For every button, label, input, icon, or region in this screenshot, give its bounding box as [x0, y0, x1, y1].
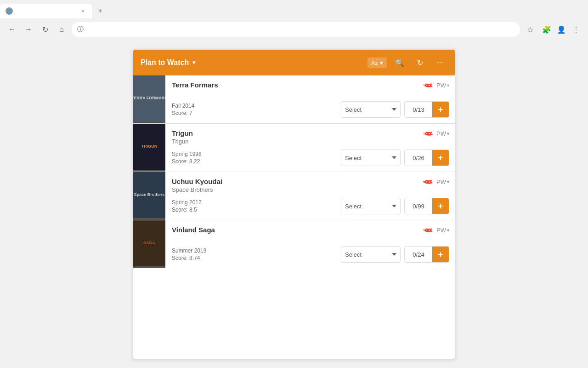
episode-value: 0/99 — [405, 198, 432, 214]
add-episode-button[interactable]: + — [432, 101, 449, 118]
anime-title[interactable]: Vinland Saga — [172, 226, 215, 234]
sort-label: Az — [371, 59, 378, 66]
title-actions: 🔖 PW ▾ — [424, 178, 449, 186]
pw-label: PW — [436, 130, 446, 137]
address-info-icon: ⓘ — [77, 25, 84, 34]
episode-counter: 0/13 + — [404, 101, 449, 118]
back-button[interactable]: ← — [6, 23, 18, 36]
add-episode-button[interactable]: + — [432, 198, 449, 214]
extensions-button[interactable]: 🧩 — [540, 23, 553, 36]
anime-title[interactable]: Uchuu Kyoudai — [172, 178, 222, 185]
anime-info: Vinland Saga 🔖 PW ▾ Summer 2019 Score: 8… — [165, 220, 455, 268]
anime-list-container: Plan to Watch ▾ Az ▾ 🔍 ↻ ··· TERRA FORMA… — [133, 50, 455, 359]
refresh-button[interactable]: ↻ — [39, 23, 51, 36]
svg-text:SAGA: SAGA — [143, 241, 156, 245]
anime-list: TERRA FORMARS Terra Formars 🔖 PW ▾ — [133, 75, 455, 268]
episode-status-select[interactable]: SelectWatchingCompletedOn HoldDroppedPla… — [341, 246, 401, 263]
bottom-controls: Spring 1998 Score: 8.22 SelectWatchingCo… — [172, 150, 449, 166]
sort-button[interactable]: Az ▾ — [368, 58, 387, 68]
title-actions: 🔖 PW ▾ — [424, 129, 449, 138]
new-tab-button[interactable]: + — [94, 5, 107, 17]
controls-block: SelectWatchingCompletedOn HoldDroppedPla… — [341, 150, 449, 166]
tag-icon[interactable]: 🔖 — [422, 176, 435, 189]
search-button[interactable]: 🔍 — [392, 55, 407, 70]
svg-text:Space
Brothers: Space Brothers — [134, 192, 165, 197]
anime-title-row: Terra Formars 🔖 PW ▾ — [172, 81, 449, 90]
pw-status-badge[interactable]: PW ▾ — [436, 178, 449, 185]
meta-block: Summer 2019 Score: 8.74 — [172, 247, 337, 261]
anime-item: Space Brothers Uchuu Kyoudai Space Broth… — [133, 172, 455, 220]
anime-season: Fall 2014 — [172, 103, 337, 109]
meta-block: Spring 2012 Score: 8.5 — [172, 199, 337, 213]
pw-label: PW — [436, 178, 446, 185]
episode-value: 0/13 — [405, 102, 432, 117]
anime-season: Summer 2019 — [172, 247, 337, 254]
bottom-controls: Fall 2014 Score: 7 SelectWatchingComplet… — [172, 101, 449, 118]
meta-block: Fall 2014 Score: 7 — [172, 103, 337, 116]
svg-text:TRIGUN: TRIGUN — [141, 144, 158, 149]
episode-value: 0/24 — [405, 247, 432, 262]
anime-thumbnail: Space Brothers — [133, 172, 165, 220]
address-bar[interactable]: ⓘ — [72, 22, 520, 37]
anime-info: Uchuu Kyoudai Space Brothers 🔖 PW ▾ Spri… — [165, 172, 455, 220]
anime-thumbnail: TERRA FORMARS — [133, 75, 165, 123]
forward-button[interactable]: → — [22, 23, 35, 36]
episode-status-select[interactable]: SelectWatchingCompletedOn HoldDroppedPla… — [341, 198, 401, 214]
anime-title-block: Terra Formars — [172, 81, 218, 89]
anime-title-row: Vinland Saga 🔖 PW ▾ — [172, 226, 449, 235]
home-button[interactable]: ⌂ — [55, 23, 68, 36]
tag-icon[interactable]: 🔖 — [422, 79, 435, 92]
bottom-controls: Summer 2019 Score: 8.74 SelectWatchingCo… — [172, 246, 449, 263]
anime-score: Score: 8.5 — [172, 207, 337, 213]
more-options-button[interactable]: ··· — [433, 55, 447, 70]
anime-info: Terra Formars 🔖 PW ▾ Fall 2014 Score: 7 — [165, 75, 455, 123]
bookmark-button[interactable]: ☆ — [524, 23, 537, 36]
status-dropdown-arrow: ▾ — [192, 59, 195, 66]
refresh-list-button[interactable]: ↻ — [413, 55, 427, 70]
svg-text:TERRA
FORMARS: TERRA FORMARS — [133, 96, 165, 100]
episode-status-select[interactable]: SelectWatchingCompletedOn HoldDroppedPla… — [341, 150, 401, 166]
status-label: Plan to Watch — [141, 58, 189, 67]
anime-item: TRIGUN Trigun Trigun 🔖 PW ▾ Sp — [133, 124, 455, 172]
tab-close-button[interactable]: × — [79, 7, 86, 15]
controls-block: SelectWatchingCompletedOn HoldDroppedPla… — [341, 198, 449, 214]
anime-title[interactable]: Trigun — [172, 129, 193, 137]
pw-arrow-icon: ▾ — [447, 228, 449, 233]
add-episode-button[interactable]: + — [432, 150, 449, 166]
active-tab[interactable]: 🌐 × — [0, 4, 92, 18]
pw-arrow-icon: ▾ — [447, 131, 449, 136]
controls-block: SelectWatchingCompletedOn HoldDroppedPla… — [341, 246, 449, 263]
anime-item: TERRA FORMARS Terra Formars 🔖 PW ▾ — [133, 75, 455, 124]
title-actions: 🔖 PW ▾ — [424, 81, 449, 90]
tab-favicon: 🌐 — [6, 7, 13, 15]
anime-title-row: Uchuu Kyoudai Space Brothers 🔖 PW ▾ — [172, 178, 449, 193]
anime-title[interactable]: Terra Formars — [172, 81, 218, 89]
anime-subtitle: Space Brothers — [172, 186, 222, 193]
anime-title-block: Uchuu Kyoudai Space Brothers — [172, 178, 222, 193]
profile-button[interactable]: 👤 — [555, 23, 568, 36]
anime-thumbnail: TRIGUN — [133, 124, 165, 172]
status-dropdown[interactable]: Plan to Watch ▾ — [141, 58, 195, 67]
anime-subtitle: Trigun — [172, 138, 193, 145]
list-header: Plan to Watch ▾ Az ▾ 🔍 ↻ ··· — [133, 50, 455, 75]
pw-status-badge[interactable]: PW ▾ — [436, 227, 449, 234]
anime-item: SAGA Vinland Saga 🔖 PW ▾ Summ — [133, 220, 455, 268]
anime-thumbnail: SAGA — [133, 220, 165, 268]
episode-counter: 0/99 + — [404, 198, 449, 214]
episode-status-select[interactable]: SelectWatchingCompletedOn HoldDroppedPla… — [341, 101, 401, 118]
pw-status-badge[interactable]: PW ▾ — [436, 82, 449, 89]
anime-title-block: Trigun Trigun — [172, 129, 193, 145]
controls-block: SelectWatchingCompletedOn HoldDroppedPla… — [341, 101, 449, 118]
anime-info: Trigun Trigun 🔖 PW ▾ Spring 1998 Score: … — [165, 124, 455, 172]
title-actions: 🔖 PW ▾ — [424, 226, 449, 235]
pw-arrow-icon: ▾ — [447, 179, 449, 184]
tag-icon[interactable]: 🔖 — [422, 127, 435, 140]
page-content: Plan to Watch ▾ Az ▾ 🔍 ↻ ··· TERRA FORMA… — [0, 40, 588, 368]
chrome-menu-button[interactable]: ⋮ — [570, 23, 582, 36]
tag-icon[interactable]: 🔖 — [422, 224, 435, 237]
pw-label: PW — [436, 227, 446, 234]
add-episode-button[interactable]: + — [432, 246, 449, 263]
pw-status-badge[interactable]: PW ▾ — [436, 130, 449, 137]
anime-score: Score: 8.22 — [172, 158, 337, 165]
anime-score: Score: 8.74 — [172, 255, 337, 261]
